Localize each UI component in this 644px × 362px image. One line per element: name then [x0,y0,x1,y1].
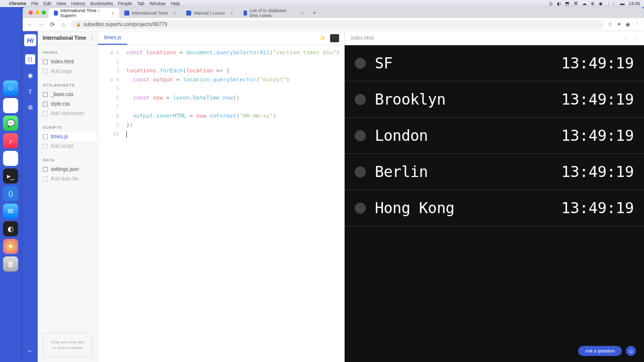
magic-icon[interactable]: ✨ [318,34,327,42]
code-icon[interactable]: ⟨⟩ [25,54,35,64]
dock-terminal[interactable]: ▸_ [3,168,18,184]
menubar-icon[interactable]: ⌘ [574,1,578,6]
settings-icon[interactable]: ⚙ [25,103,35,113]
file-icon [43,59,48,64]
add-file[interactable]: Add page [38,66,98,76]
section-label: DATA [38,158,98,164]
menu-edit[interactable]: Edit [44,1,52,6]
dock-music[interactable]: ♪ [3,133,18,148]
dock-vscode[interactable]: ⟨⟩ [3,186,18,201]
menu-view[interactable]: View [56,1,66,6]
project-header[interactable]: International Time ‹ [38,31,98,45]
file-icon [43,102,48,107]
battery-icon[interactable]: ▬ [620,1,624,6]
help-bar: Ask a question ☺ [578,346,636,356]
collapse-icon[interactable]: ‹ [91,35,93,41]
dock-trash[interactable]: 🗑 [3,256,18,272]
close-window[interactable] [29,11,33,15]
file-item[interactable]: index.html [38,57,98,66]
browser-tab[interactable]: International Time× [119,8,181,18]
menu-help[interactable]: Help [171,1,180,6]
favicon [244,11,248,16]
layout-toggle[interactable] [330,34,339,42]
preview-forward[interactable]: → [633,35,638,41]
city-row: Hong Kong13:49:19 [345,190,644,226]
lock-icon: 🔒 [76,22,81,27]
close-icon[interactable]: × [230,11,233,16]
add-file[interactable]: Add data file [38,174,98,184]
browser-tab[interactable]: Manual | Luxon× [181,8,238,18]
preview-panel: index.html ← → SF13:49:19Brooklyn13:49:1… [344,31,644,362]
dock-mail[interactable]: ✉ [3,204,18,219]
code-area[interactable]: 12345678910 const locations = document.q… [98,45,344,362]
city-row: SF13:49:19 [345,45,644,81]
close-icon[interactable]: × [174,11,177,16]
dock-messages[interactable]: 💬 [3,116,18,131]
file-item[interactable]: style.css [38,99,98,109]
editor-tab-active[interactable]: times.js [98,31,127,45]
mac-menubar: Chrome File Edit View History Bookmarks … [0,0,644,7]
city-name: Hong Kong [375,199,454,217]
menu-file[interactable]: File [31,1,39,6]
browser-tab[interactable]: International Time – SuperH× [49,8,119,18]
preview-back[interactable]: ← [623,35,628,41]
minimize-window[interactable] [35,11,39,15]
menubar-icon[interactable]: ◉ [599,1,603,6]
close-icon[interactable]: × [301,11,304,16]
dock-figma[interactable]: ◐ [3,221,18,236]
editor: times.js ✨ 12345678910 const locations =… [98,31,344,362]
section-label: STYLESHEETS [38,83,98,89]
menubar-icon[interactable]: ◐ [557,1,561,6]
maximize-window[interactable] [42,11,46,15]
upload-dropzone[interactable]: Drag and drop files or click to upload [43,333,93,357]
city-time: 13:49:19 [561,90,634,108]
menu-history[interactable]: History [71,1,85,6]
menubar-icon[interactable]: ⬒ [565,1,570,6]
close-icon[interactable]: × [111,11,114,16]
back-button[interactable]: ← [27,21,34,28]
plus-icon [43,176,48,182]
menu-tab[interactable]: Tab [137,1,144,6]
file-sidebar: International Time ‹ PAGESindex.htmlAdd … [38,31,98,362]
superhi-logo[interactable]: Hi [24,34,36,46]
preview-icon[interactable]: ◉ [25,70,35,80]
file-item[interactable]: settings.json [38,164,98,174]
plus-icon [43,69,48,74]
file-item[interactable]: _base.css [38,89,98,99]
add-file[interactable]: Add stylesheet [38,109,98,118]
home-button[interactable]: ⌂ [60,21,67,28]
url-text: subeditor.superhi.com/projects/90779 [84,22,167,27]
share-icon[interactable]: ⇪ [25,86,35,97]
dock-slack[interactable]: ✱ [3,151,18,166]
new-tab-button[interactable]: + [309,10,320,16]
traffic-lights [26,11,49,15]
file-item[interactable]: times.js [38,132,98,141]
dock-app[interactable]: ✦ [3,239,18,254]
dock-chrome[interactable]: ◉ [3,98,18,113]
star-icon[interactable]: ☆ [608,21,613,28]
wifi-icon[interactable]: ⋮⋮ [607,1,616,6]
dock-finder[interactable]: ☺ [3,80,18,96]
menubar-icon[interactable]: ☁ [582,1,587,6]
smiley-icon[interactable]: ☺ [626,346,636,356]
city-name: SF [375,54,392,72]
menu-people[interactable]: People [118,1,132,6]
menubar-icon[interactable]: ⊕ [591,1,595,6]
preview-output: SF13:49:19Brooklyn13:49:19London13:49:19… [345,45,644,362]
profile-icon[interactable]: ◉ [625,21,630,28]
add-file[interactable]: Add script [38,141,98,151]
menu-icon[interactable]: ⋮ [634,21,640,28]
extensions-icon[interactable]: ✦ [617,21,621,28]
preview-file: index.html [351,35,374,41]
ask-question-button[interactable]: Ask a question [578,346,622,356]
reload-button[interactable]: ⟳ [49,21,56,28]
browser-tab[interactable]: List of tz database time zones× [238,8,309,18]
menubar-icon[interactable]: ⊙ [549,1,553,6]
menu-bookmarks[interactable]: Bookmarks [90,1,113,6]
menu-window[interactable]: Window [149,1,166,6]
forward-button[interactable]: → [38,21,45,28]
address-bar[interactable]: 🔒 subeditor.superhi.com/projects/90779 [71,20,604,29]
app-name[interactable]: Chrome [9,1,26,6]
clock[interactable]: 13:49 [628,1,640,6]
back-arrow-icon[interactable]: ← [25,346,35,356]
